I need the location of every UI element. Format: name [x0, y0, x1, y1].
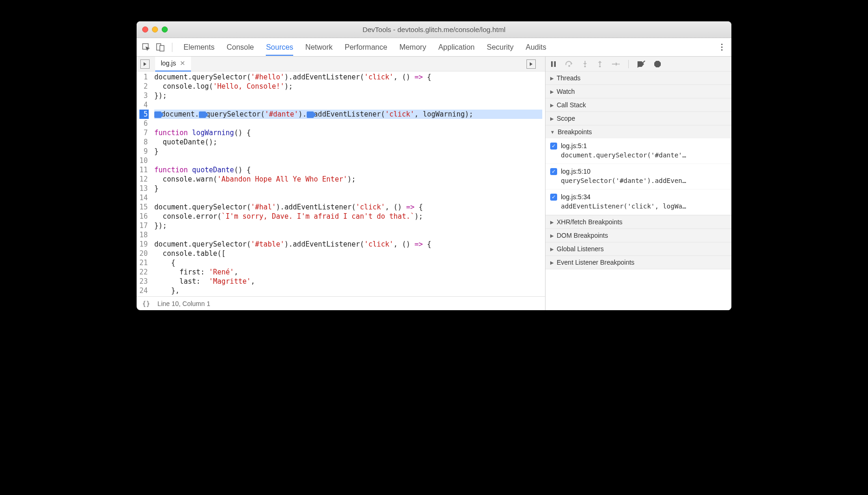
- code-line[interactable]: });: [154, 91, 542, 100]
- close-window-button[interactable]: [142, 26, 148, 33]
- line-number[interactable]: 2: [139, 82, 149, 91]
- code-line[interactable]: document.querySelector('#dante').addEven…: [154, 110, 542, 119]
- breakpoint-item[interactable]: ✓log.js:5:10querySelector('#dante').addE…: [546, 164, 731, 189]
- code-line[interactable]: document.querySelector('#hal').addEventL…: [154, 202, 542, 212]
- line-number[interactable]: 8: [139, 137, 149, 147]
- panel-header-event-listener-breakpoints[interactable]: ▶Event Listener Breakpoints: [546, 256, 731, 269]
- code-line[interactable]: }: [154, 147, 542, 156]
- breakpoint-item[interactable]: ✓log.js:5:34addEventListener('click', lo…: [546, 189, 731, 215]
- panel-header-threads[interactable]: ▶Threads: [546, 72, 731, 85]
- window-title: DevTools - devtools.glitch.me/console/lo…: [362, 26, 506, 33]
- file-tab[interactable]: log.js ✕: [155, 57, 191, 72]
- code-line[interactable]: });: [154, 221, 542, 230]
- line-number[interactable]: 12: [139, 175, 149, 184]
- line-number[interactable]: 3: [139, 91, 149, 100]
- inspect-element-icon[interactable]: [141, 42, 151, 52]
- panel-header-breakpoints[interactable]: ▼Breakpoints: [546, 125, 731, 138]
- line-number[interactable]: 19: [139, 240, 149, 249]
- line-number[interactable]: 14: [139, 193, 149, 202]
- line-number[interactable]: 4: [139, 100, 149, 110]
- tab-performance[interactable]: Performance: [345, 39, 388, 56]
- step-icon[interactable]: [612, 61, 620, 67]
- code-line[interactable]: console.warn('Abandon Hope All Ye Who En…: [154, 175, 542, 184]
- pause-icon[interactable]: [550, 61, 557, 67]
- code-line[interactable]: console.log('Hello, Console!');: [154, 82, 542, 91]
- tab-console[interactable]: Console: [227, 39, 254, 56]
- code-line[interactable]: document.querySelector('#table').addEven…: [154, 240, 542, 249]
- step-out-icon[interactable]: [597, 60, 603, 68]
- step-over-icon[interactable]: [565, 61, 573, 67]
- code-line[interactable]: function logWarning() {: [154, 128, 542, 137]
- panel-header-watch[interactable]: ▶Watch: [546, 85, 731, 98]
- breakpoint-item[interactable]: ✓log.js:5:1document.querySelector('#dant…: [546, 138, 731, 164]
- tab-sources[interactable]: Sources: [266, 39, 293, 56]
- code-line[interactable]: document.querySelector('#hello').addEven…: [154, 72, 542, 82]
- panel-header-global-listeners[interactable]: ▶Global Listeners: [546, 242, 731, 255]
- tab-memory[interactable]: Memory: [399, 39, 426, 56]
- debugger-toolbar: [546, 57, 731, 72]
- more-menu-icon[interactable]: [717, 44, 727, 51]
- devtools-window: DevTools - devtools.glitch.me/console/lo…: [137, 21, 731, 310]
- line-number[interactable]: 20: [139, 249, 149, 258]
- code-editor[interactable]: 123456789101112131415161718192021222324 …: [137, 72, 545, 296]
- minimize-window-button[interactable]: [152, 26, 158, 33]
- breakpoint-marker-icon[interactable]: [154, 111, 161, 118]
- line-number[interactable]: 5: [139, 110, 149, 119]
- code-line[interactable]: [154, 100, 542, 110]
- code-line[interactable]: console.error(`I'm sorry, Dave. I'm afra…: [154, 212, 542, 221]
- pause-on-exceptions-icon[interactable]: [654, 60, 661, 68]
- breakpoint-marker-icon[interactable]: [199, 111, 205, 118]
- tab-elements[interactable]: Elements: [184, 39, 215, 56]
- tab-application[interactable]: Application: [438, 39, 474, 56]
- breakpoint-marker-icon[interactable]: [307, 111, 313, 118]
- code-line[interactable]: console.table([: [154, 249, 542, 258]
- pretty-print-icon[interactable]: {}: [142, 300, 150, 307]
- breakpoint-checkbox[interactable]: ✓: [550, 194, 557, 201]
- panel-header-scope[interactable]: ▶Scope: [546, 112, 731, 125]
- show-navigator-icon[interactable]: [140, 59, 150, 69]
- line-number[interactable]: 18: [139, 230, 149, 240]
- code-line[interactable]: function quoteDante() {: [154, 165, 542, 175]
- step-into-icon[interactable]: [582, 60, 588, 68]
- line-number[interactable]: 1: [139, 72, 149, 82]
- maximize-window-button[interactable]: [162, 26, 168, 33]
- device-toggle-icon[interactable]: [155, 42, 165, 52]
- line-number[interactable]: 23: [139, 277, 149, 286]
- breakpoint-checkbox[interactable]: ✓: [550, 143, 557, 150]
- breakpoint-checkbox[interactable]: ✓: [550, 168, 557, 175]
- collapsed-icon: ▶: [550, 89, 554, 94]
- tab-security[interactable]: Security: [487, 39, 513, 56]
- code-line[interactable]: last: 'Magritte',: [154, 277, 542, 286]
- line-number[interactable]: 11: [139, 165, 149, 175]
- line-number[interactable]: 22: [139, 267, 149, 277]
- line-number[interactable]: 10: [139, 156, 149, 165]
- code-line[interactable]: first: 'René',: [154, 267, 542, 277]
- line-number[interactable]: 21: [139, 258, 149, 267]
- source-code[interactable]: document.querySelector('#hello').addEven…: [151, 72, 545, 296]
- code-line[interactable]: [154, 119, 542, 128]
- line-number[interactable]: 13: [139, 184, 149, 193]
- line-number[interactable]: 24: [139, 286, 149, 295]
- close-tab-icon[interactable]: ✕: [180, 59, 185, 67]
- line-number[interactable]: 9: [139, 147, 149, 156]
- deactivate-breakpoints-icon[interactable]: [637, 60, 645, 68]
- line-number[interactable]: 6: [139, 119, 149, 128]
- code-line[interactable]: }: [154, 184, 542, 193]
- more-tabs-icon[interactable]: [526, 59, 536, 69]
- panel-header-dom-breakpoints[interactable]: ▶DOM Breakpoints: [546, 229, 731, 242]
- code-line[interactable]: {: [154, 258, 542, 267]
- tab-audits[interactable]: Audits: [526, 39, 546, 56]
- line-number[interactable]: 17: [139, 221, 149, 230]
- panel-header-xhr-fetch-breakpoints[interactable]: ▶XHR/fetch Breakpoints: [546, 215, 731, 228]
- panel-header-call-stack[interactable]: ▶Call Stack: [546, 98, 731, 111]
- code-line[interactable]: [154, 193, 542, 202]
- code-line[interactable]: [154, 230, 542, 240]
- code-line[interactable]: },: [154, 286, 542, 295]
- line-gutter[interactable]: 123456789101112131415161718192021222324: [137, 72, 151, 296]
- tab-network[interactable]: Network: [305, 39, 333, 56]
- code-line[interactable]: quoteDante();: [154, 137, 542, 147]
- line-number[interactable]: 15: [139, 202, 149, 212]
- line-number[interactable]: 7: [139, 128, 149, 137]
- code-line[interactable]: [154, 156, 542, 165]
- line-number[interactable]: 16: [139, 212, 149, 221]
